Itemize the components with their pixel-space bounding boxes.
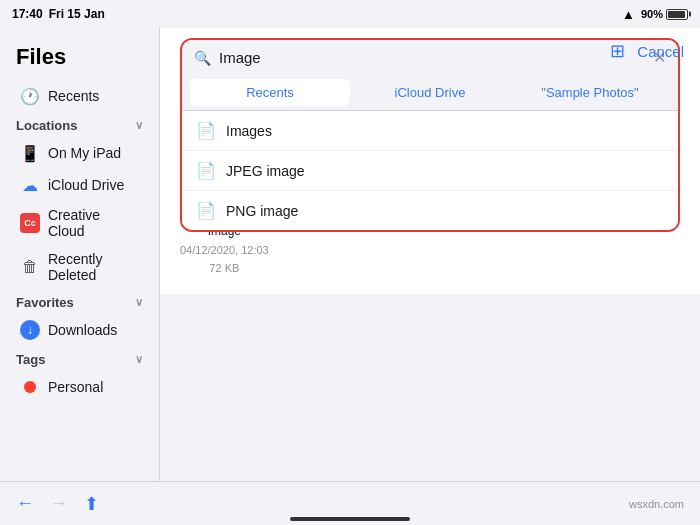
app-title: Files [0,40,159,80]
trash-icon: 🗑 [20,257,40,277]
sidebar: Files 🕐 Recents Locations ∨ 📱 On My iPad… [0,28,160,481]
search-suggestions: 📄 Images 📄 JPEG image 📄 PNG image [182,111,678,230]
tags-chevron: ∨ [135,353,143,366]
battery-icon [666,9,688,20]
icloud-icon: ☁ [20,175,40,195]
sidebar-item-downloads[interactable]: ↓ Downloads [4,314,155,346]
ipad-icon: 📱 [20,143,40,163]
creative-cloud-label: Creative Cloud [48,207,139,239]
suggestion-jpeg-text: JPEG image [226,163,305,179]
suggestion-jpeg[interactable]: 📄 JPEG image [182,151,678,191]
tab-icloud-drive[interactable]: iCloud Drive [350,79,510,106]
top-right-controls: ⊞ Cancel [594,28,700,74]
locations-section-header[interactable]: Locations ∨ [0,112,159,137]
search-tabs: Recents iCloud Drive "Sample Photos" [182,75,678,111]
recents-label: Recents [48,88,99,104]
on-my-ipad-label: On My iPad [48,145,121,161]
back-button[interactable]: ← [16,493,34,515]
date: Fri 15 Jan [49,7,105,21]
suggestion-images-text: Images [226,123,272,139]
clock-icon: 🕐 [20,86,40,106]
battery-percent: 90% [641,8,663,20]
favorites-chevron: ∨ [135,296,143,309]
tab-sample-photos[interactable]: "Sample Photos" [510,79,670,106]
sidebar-item-personal[interactable]: Personal [4,371,155,403]
forward-button[interactable]: → [50,493,68,515]
file-size: 72 KB [209,262,239,274]
cancel-button[interactable]: Cancel [637,43,684,60]
home-bar [290,517,410,521]
images-file-icon: 📄 [196,121,216,140]
app-container: Files 🕐 Recents Locations ∨ 📱 On My iPad… [0,28,700,481]
search-icon: 🔍 [194,50,211,66]
sidebar-item-icloud[interactable]: ☁ iCloud Drive [4,169,155,201]
personal-tag-label: Personal [48,379,103,395]
tags-section-header[interactable]: Tags ∨ [0,346,159,371]
tags-label: Tags [16,352,45,367]
ws-logo: wsxdn.com [629,498,684,510]
creative-cloud-icon: Cc [20,213,40,233]
sidebar-item-cc[interactable]: Cc Creative Cloud [4,201,155,245]
recently-deleted-label: Recently Deleted [48,251,139,283]
grid-view-icon[interactable]: ⊞ [610,40,625,62]
suggestion-images[interactable]: 📄 Images [182,111,678,151]
png-file-icon: 📄 [196,201,216,220]
suggestion-png-text: PNG image [226,203,298,219]
tab-recents[interactable]: Recents [190,79,350,106]
icloud-drive-label: iCloud Drive [48,177,124,193]
status-bar: 17:40 Fri 15 Jan ▲ 90% [0,0,700,28]
upload-button[interactable]: ⬆ [84,493,99,515]
main-wrapper: ⊞ Cancel 🔍 ✕ Recents iCloud Drive "Sampl… [160,28,700,481]
battery-indicator: 90% [641,8,688,20]
suggestion-png[interactable]: 📄 PNG image [182,191,678,230]
jpeg-file-icon: 📄 [196,161,216,180]
downloads-label: Downloads [48,322,117,338]
tag-dot-personal [20,377,40,397]
favorites-label: Favorites [16,295,74,310]
time: 17:40 [12,7,43,21]
locations-chevron: ∨ [135,119,143,132]
favorites-section-header[interactable]: Favorites ∨ [0,289,159,314]
sidebar-item-ipad[interactable]: 📱 On My iPad [4,137,155,169]
locations-label: Locations [16,118,77,133]
wifi-icon: ▲ [622,7,635,22]
toolbar-left: ← → ⬆ [16,493,99,515]
sidebar-item-recently-deleted[interactable]: 🗑 Recently Deleted [4,245,155,289]
downloads-icon: ↓ [20,320,40,340]
toolbar-right: wsxdn.com [629,498,684,510]
sidebar-item-recents[interactable]: 🕐 Recents [4,80,155,112]
file-date: 04/12/2020, 12:03 [180,244,269,256]
search-input[interactable] [219,49,645,66]
